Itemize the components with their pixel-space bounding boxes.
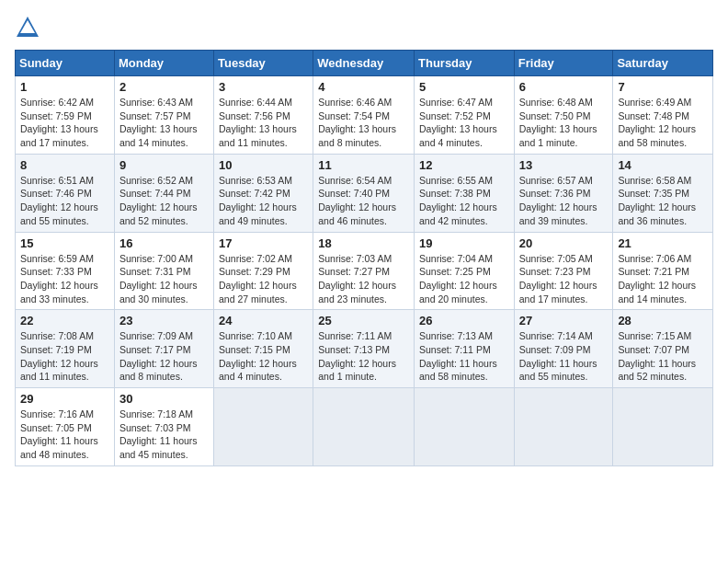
day-info: Sunrise: 6:53 AM Sunset: 7:42 PM Dayligh… [219,174,308,228]
day-number: 8 [20,158,109,172]
weekday-header: Sunday [16,51,115,76]
day-number: 1 [20,80,109,94]
day-number: 3 [219,80,308,94]
day-info: Sunrise: 7:02 AM Sunset: 7:29 PM Dayligh… [219,252,308,306]
day-info: Sunrise: 6:57 AM Sunset: 7:36 PM Dayligh… [519,174,609,228]
day-info: Sunrise: 7:16 AM Sunset: 7:05 PM Dayligh… [20,408,109,462]
calendar-cell: 27Sunrise: 7:14 AM Sunset: 7:09 PM Dayli… [514,310,613,388]
day-number: 26 [419,314,509,327]
day-number: 19 [419,236,509,250]
calendar-table: SundayMondayTuesdayWednesdayThursdayFrid… [15,50,713,466]
day-number: 28 [618,314,708,327]
day-number: 16 [119,236,209,250]
calendar-week-row: 22Sunrise: 7:08 AM Sunset: 7:19 PM Dayli… [16,310,713,388]
logo-icon [15,15,40,40]
day-info: Sunrise: 6:52 AM Sunset: 7:44 PM Dayligh… [119,174,209,228]
day-info: Sunrise: 6:47 AM Sunset: 7:52 PM Dayligh… [419,96,509,150]
day-number: 11 [318,158,409,172]
day-number: 22 [20,314,109,327]
calendar-cell: 8Sunrise: 6:51 AM Sunset: 7:46 PM Daylig… [16,154,115,232]
calendar-cell: 12Sunrise: 6:55 AM Sunset: 7:38 PM Dayli… [415,154,515,232]
day-info: Sunrise: 6:58 AM Sunset: 7:35 PM Dayligh… [618,174,708,228]
calendar-cell: 5Sunrise: 6:47 AM Sunset: 7:52 PM Daylig… [415,76,515,155]
day-info: Sunrise: 6:51 AM Sunset: 7:46 PM Dayligh… [20,174,109,228]
weekday-header: Saturday [613,51,713,76]
weekday-header: Monday [114,51,213,76]
day-number: 4 [318,80,409,94]
calendar-header: SundayMondayTuesdayWednesdayThursdayFrid… [16,51,713,76]
day-number: 18 [318,236,409,250]
day-number: 29 [20,392,109,406]
day-info: Sunrise: 7:09 AM Sunset: 7:17 PM Dayligh… [119,329,209,384]
calendar-cell: 29Sunrise: 7:16 AM Sunset: 7:05 PM Dayli… [16,388,115,466]
day-info: Sunrise: 6:42 AM Sunset: 7:59 PM Dayligh… [20,96,109,150]
day-info: Sunrise: 6:55 AM Sunset: 7:38 PM Dayligh… [419,174,509,228]
day-info: Sunrise: 7:00 AM Sunset: 7:31 PM Dayligh… [119,252,209,306]
day-number: 10 [219,158,308,172]
day-number: 17 [219,236,308,250]
weekday-row: SundayMondayTuesdayWednesdayThursdayFrid… [16,51,713,76]
calendar-cell [214,388,313,466]
calendar-cell: 22Sunrise: 7:08 AM Sunset: 7:19 PM Dayli… [16,310,115,388]
calendar-cell: 20Sunrise: 7:05 AM Sunset: 7:23 PM Dayli… [514,232,613,310]
calendar-cell: 6Sunrise: 6:48 AM Sunset: 7:50 PM Daylig… [514,76,613,155]
weekday-header: Thursday [415,51,515,76]
day-info: Sunrise: 7:11 AM Sunset: 7:13 PM Dayligh… [318,329,409,384]
weekday-header: Friday [514,51,613,76]
calendar-cell: 1Sunrise: 6:42 AM Sunset: 7:59 PM Daylig… [16,76,115,155]
calendar-cell [514,388,613,466]
calendar-cell: 17Sunrise: 7:02 AM Sunset: 7:29 PM Dayli… [214,232,313,310]
day-number: 6 [519,80,609,94]
calendar-cell: 25Sunrise: 7:11 AM Sunset: 7:13 PM Dayli… [313,310,415,388]
day-number: 27 [519,314,609,327]
calendar-cell: 13Sunrise: 6:57 AM Sunset: 7:36 PM Dayli… [514,154,613,232]
day-info: Sunrise: 6:49 AM Sunset: 7:48 PM Dayligh… [618,96,708,150]
calendar-week-row: 8Sunrise: 6:51 AM Sunset: 7:46 PM Daylig… [16,154,713,232]
calendar-cell: 16Sunrise: 7:00 AM Sunset: 7:31 PM Dayli… [114,232,213,310]
calendar-week-row: 1Sunrise: 6:42 AM Sunset: 7:59 PM Daylig… [16,76,713,155]
calendar-cell: 23Sunrise: 7:09 AM Sunset: 7:17 PM Dayli… [114,310,213,388]
day-number: 9 [119,158,209,172]
day-info: Sunrise: 6:54 AM Sunset: 7:40 PM Dayligh… [318,174,409,228]
day-number: 20 [519,236,609,250]
calendar-cell: 15Sunrise: 6:59 AM Sunset: 7:33 PM Dayli… [16,232,115,310]
day-info: Sunrise: 6:46 AM Sunset: 7:54 PM Dayligh… [318,96,409,150]
calendar-cell: 14Sunrise: 6:58 AM Sunset: 7:35 PM Dayli… [613,154,713,232]
page-header [15,15,713,40]
day-number: 15 [20,236,109,250]
calendar-cell: 28Sunrise: 7:15 AM Sunset: 7:07 PM Dayli… [613,310,713,388]
day-number: 7 [618,80,708,94]
day-number: 24 [219,314,308,327]
day-number: 14 [618,158,708,172]
day-info: Sunrise: 7:14 AM Sunset: 7:09 PM Dayligh… [519,329,609,384]
calendar-cell: 2Sunrise: 6:43 AM Sunset: 7:57 PM Daylig… [114,76,213,155]
calendar-cell: 9Sunrise: 6:52 AM Sunset: 7:44 PM Daylig… [114,154,213,232]
day-number: 5 [419,80,509,94]
calendar-body: 1Sunrise: 6:42 AM Sunset: 7:59 PM Daylig… [16,76,713,466]
day-number: 2 [119,80,209,94]
calendar-week-row: 15Sunrise: 6:59 AM Sunset: 7:33 PM Dayli… [16,232,713,310]
calendar-cell: 11Sunrise: 6:54 AM Sunset: 7:40 PM Dayli… [313,154,415,232]
calendar-week-row: 29Sunrise: 7:16 AM Sunset: 7:05 PM Dayli… [16,388,713,466]
day-info: Sunrise: 7:10 AM Sunset: 7:15 PM Dayligh… [219,329,308,384]
calendar-cell: 18Sunrise: 7:03 AM Sunset: 7:27 PM Dayli… [313,232,415,310]
calendar-cell [415,388,515,466]
weekday-header: Wednesday [313,51,415,76]
calendar-cell: 26Sunrise: 7:13 AM Sunset: 7:11 PM Dayli… [415,310,515,388]
day-info: Sunrise: 6:59 AM Sunset: 7:33 PM Dayligh… [20,252,109,306]
day-info: Sunrise: 6:44 AM Sunset: 7:56 PM Dayligh… [219,96,308,150]
calendar-cell: 7Sunrise: 6:49 AM Sunset: 7:48 PM Daylig… [613,76,713,155]
day-number: 25 [318,314,409,327]
calendar-cell: 30Sunrise: 7:18 AM Sunset: 7:03 PM Dayli… [114,388,213,466]
day-number: 30 [119,392,209,406]
day-info: Sunrise: 6:43 AM Sunset: 7:57 PM Dayligh… [119,96,209,150]
day-info: Sunrise: 7:04 AM Sunset: 7:25 PM Dayligh… [419,252,509,306]
calendar-cell: 4Sunrise: 6:46 AM Sunset: 7:54 PM Daylig… [313,76,415,155]
calendar-cell: 24Sunrise: 7:10 AM Sunset: 7:15 PM Dayli… [214,310,313,388]
day-info: Sunrise: 6:48 AM Sunset: 7:50 PM Dayligh… [519,96,609,150]
day-info: Sunrise: 7:13 AM Sunset: 7:11 PM Dayligh… [419,329,509,384]
day-info: Sunrise: 7:08 AM Sunset: 7:19 PM Dayligh… [20,329,109,384]
day-number: 12 [419,158,509,172]
day-number: 13 [519,158,609,172]
day-number: 21 [618,236,708,250]
